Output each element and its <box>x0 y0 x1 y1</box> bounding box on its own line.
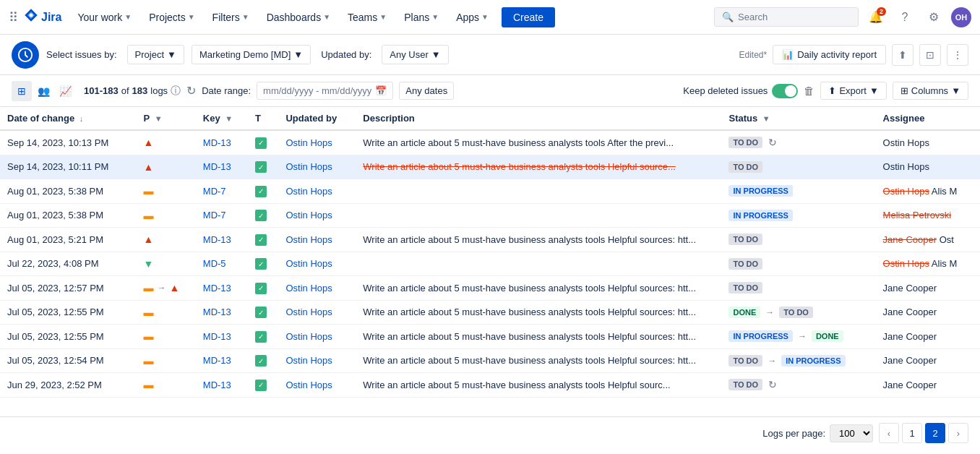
issue-key-link[interactable]: MD-7 <box>203 210 226 220</box>
info-icon[interactable]: ⓘ <box>171 85 181 98</box>
key-cell[interactable]: MD-13 <box>196 130 248 155</box>
grid-icon[interactable]: ⠿ <box>9 9 18 25</box>
assignee2-name: Ost <box>940 234 954 245</box>
key-cell[interactable]: MD-5 <box>196 252 248 276</box>
table-row: Sep 14, 2023, 10:13 PM▲MD-13✓Ostin HopsW… <box>0 130 980 155</box>
keep-deleted-toggle[interactable] <box>772 84 798 98</box>
embed-button[interactable]: ⊡ <box>919 44 941 66</box>
key-cell[interactable]: MD-7 <box>196 203 248 228</box>
project-value-dropdown[interactable]: Marketing Demo [MD] ▼ <box>192 45 311 64</box>
updated-by-cell[interactable]: Ostin Hops <box>278 276 356 301</box>
status2-badge: DONE <box>812 330 843 342</box>
refresh-icon[interactable]: ↻ <box>186 84 196 98</box>
updated-by-cell[interactable]: Ostin Hops <box>278 130 356 155</box>
people-view-button[interactable]: 👥 <box>33 81 53 101</box>
per-page-select[interactable]: 100 50 25 <box>830 424 873 442</box>
jira-logo[interactable]: Jira <box>24 8 61 26</box>
date-input[interactable]: mm/dd/yyyy - mm/dd/yyyy 📅 <box>257 82 393 100</box>
updated-by-link[interactable]: Ostin Hops <box>285 186 332 197</box>
updated-by-link[interactable]: Ostin Hops <box>285 331 332 342</box>
page-1-button[interactable]: 1 <box>902 423 922 443</box>
prev-page-button[interactable]: ‹ <box>879 423 899 443</box>
updated-by-cell[interactable]: Ostin Hops <box>278 155 356 179</box>
export-caret: ▼ <box>869 85 879 96</box>
key-filter-icon[interactable]: ▼ <box>225 114 233 123</box>
issue-key-link[interactable]: MD-13 <box>203 331 231 342</box>
any-dates-button[interactable]: Any dates <box>399 82 454 100</box>
updated-by-link[interactable]: Ostin Hops <box>285 355 332 366</box>
updated-by-cell[interactable]: Ostin Hops <box>278 300 356 325</box>
updated-by-link[interactable]: Ostin Hops <box>285 137 332 148</box>
key-cell[interactable]: MD-13 <box>196 348 248 373</box>
project-type-dropdown[interactable]: Project ▼ <box>127 45 184 64</box>
updated-by-cell[interactable]: Ostin Hops <box>278 348 356 373</box>
status-filter-icon[interactable]: ▼ <box>762 114 770 123</box>
issue-key-link[interactable]: MD-13 <box>203 161 231 172</box>
plans-menu[interactable]: Plans ▼ <box>397 9 446 26</box>
trash-icon[interactable]: 🗑 <box>804 85 814 97</box>
assignee-cell: Ostin Hops <box>876 130 980 155</box>
status-refresh-icon[interactable]: ↻ <box>768 379 777 390</box>
updated-by-cell[interactable]: Ostin Hops <box>278 373 356 398</box>
issue-key-link[interactable]: MD-13 <box>203 380 231 390</box>
chart-view-button[interactable]: 📈 <box>55 81 75 101</box>
updated-by-link[interactable]: Ostin Hops <box>285 234 332 245</box>
user-avatar[interactable]: OH <box>951 7 971 27</box>
updated-by-link[interactable]: Ostin Hops <box>285 210 332 220</box>
teams-menu[interactable]: Teams ▼ <box>340 9 394 26</box>
updated-by-link[interactable]: Ostin Hops <box>285 258 332 269</box>
description-cell: Write an article about 5 must-have busin… <box>356 276 721 301</box>
columns-button[interactable]: ⊞ Columns ▼ <box>893 82 968 100</box>
apps-menu[interactable]: Apps ▼ <box>449 9 496 26</box>
task-type-icon: ✓ <box>255 258 267 270</box>
updated-by-link[interactable]: Ostin Hops <box>285 307 332 317</box>
help-button[interactable]: ? <box>893 6 916 29</box>
issue-key-link[interactable]: MD-13 <box>203 307 231 317</box>
activity-report-button[interactable]: 📊 Daily activity report <box>773 45 886 64</box>
issue-key-link[interactable]: MD-7 <box>203 186 226 197</box>
projects-menu[interactable]: Projects ▼ <box>142 9 202 26</box>
updated-by-cell[interactable]: Ostin Hops <box>278 228 356 252</box>
export-button[interactable]: ⬆ Export ▼ <box>820 82 886 100</box>
priority-medium-icon: ▬ <box>144 210 154 221</box>
any-user-dropdown[interactable]: Any User ▼ <box>382 45 448 64</box>
issue-key-link[interactable]: MD-13 <box>203 137 231 148</box>
updated-by-cell[interactable]: Ostin Hops <box>278 252 356 276</box>
key-cell[interactable]: MD-13 <box>196 373 248 398</box>
more-options-button[interactable]: ⋮ <box>947 44 968 66</box>
key-cell[interactable]: MD-13 <box>196 276 248 301</box>
updated-by-cell[interactable]: Ostin Hops <box>278 325 356 349</box>
dashboards-menu[interactable]: Dashboards ▼ <box>259 9 338 26</box>
columns-caret: ▼ <box>951 85 960 96</box>
share-button[interactable]: ⬆ <box>892 44 914 66</box>
key-cell[interactable]: MD-13 <box>196 325 248 349</box>
updated-by-cell[interactable]: Ostin Hops <box>278 179 356 204</box>
updated-by-link[interactable]: Ostin Hops <box>285 283 332 294</box>
updated-by-link[interactable]: Ostin Hops <box>285 161 332 172</box>
table-row: Jun 29, 2023, 2:52 PM▬MD-13✓Ostin HopsWr… <box>0 373 980 398</box>
table-wrapper: Date of change ↓ P ▼ Key ▼ T Updated by … <box>0 107 980 416</box>
notifications-button[interactable]: 🔔 2 <box>864 6 887 29</box>
grid-view-button[interactable]: ⊞ <box>12 81 32 101</box>
page-2-button[interactable]: 2 <box>925 423 945 443</box>
issue-key-link[interactable]: MD-13 <box>203 283 231 294</box>
date-sort-icon[interactable]: ↓ <box>79 114 84 123</box>
type-cell: ✓ <box>248 348 278 373</box>
filters-menu[interactable]: Filters ▼ <box>205 9 257 26</box>
create-button[interactable]: Create <box>502 7 555 27</box>
search-box[interactable]: 🔍 Search <box>714 7 859 27</box>
updated-by-link[interactable]: Ostin Hops <box>285 380 332 390</box>
next-page-button[interactable]: › <box>948 423 968 443</box>
status-refresh-icon[interactable]: ↻ <box>768 137 777 148</box>
updated-by-cell[interactable]: Ostin Hops <box>278 203 356 228</box>
key-cell[interactable]: MD-13 <box>196 228 248 252</box>
key-cell[interactable]: MD-13 <box>196 300 248 325</box>
key-cell[interactable]: MD-7 <box>196 179 248 204</box>
issue-key-link[interactable]: MD-5 <box>203 258 226 269</box>
issue-key-link[interactable]: MD-13 <box>203 234 231 245</box>
your-work-menu[interactable]: Your work ▼ <box>70 9 139 26</box>
key-cell[interactable]: MD-13 <box>196 155 248 179</box>
issue-key-link[interactable]: MD-13 <box>203 355 231 366</box>
settings-button[interactable]: ⚙ <box>922 6 945 29</box>
priority-filter-icon[interactable]: ▼ <box>155 114 163 123</box>
